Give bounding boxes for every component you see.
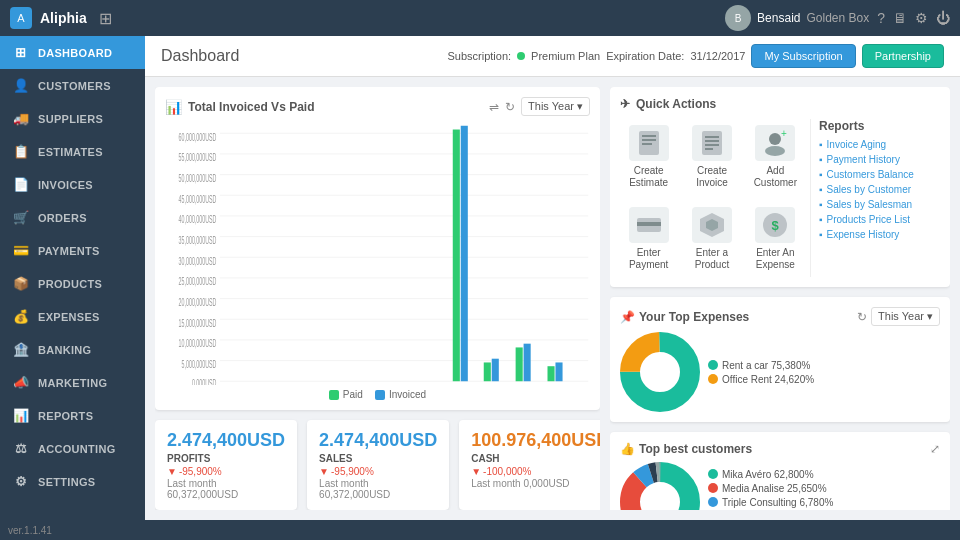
report-dot: ▪ (819, 214, 823, 225)
qa-action-enter-expense[interactable]: $ Enter An Expense (747, 201, 804, 277)
sidebar-label-accounting: ACCOUNTING (38, 443, 116, 455)
sidebar-icon-customers: 👤 (12, 78, 30, 93)
main-content: Dashboard Subscription: Premium Plan Exp… (145, 36, 960, 520)
topbar: A Aliphia ⊞ B Bensaid Golden Box ? 🖥 ⚙ ⏻ (0, 0, 960, 36)
sidebar-item-reports[interactable]: 📊REPORTS (0, 399, 145, 432)
legend-invoiced: Invoiced (375, 389, 426, 400)
svg-rect-49 (642, 143, 652, 145)
my-subscription-button[interactable]: My Subscription (751, 44, 855, 68)
sidebar-icon-accounting: ⚖ (12, 441, 30, 456)
sidebar-item-products[interactable]: 📦PRODUCTS (0, 267, 145, 300)
chart-refresh-icon[interactable]: ↻ (505, 100, 515, 114)
report-item[interactable]: ▪Customers Balance (819, 167, 940, 182)
sidebar-item-payments[interactable]: 💳PAYMENTS (0, 234, 145, 267)
expiration-date: 31/12/2017 (690, 50, 745, 62)
stat-value-profits: 2.474,400USD (167, 430, 285, 451)
left-panel: 📊 Total Invoiced Vs Paid ⇌ ↻ This Year ▾… (155, 87, 600, 510)
report-item[interactable]: ▪Products Price List (819, 212, 940, 227)
report-label: Invoice Aging (827, 139, 887, 150)
customers-content: Mika Avéro 62,800%Media Analise 25,650%T… (620, 462, 940, 510)
sidebar-item-estimates[interactable]: 📋ESTIMATES (0, 135, 145, 168)
stat-change-sales: ▼-95,900% (319, 466, 437, 477)
sidebar-item-banking[interactable]: 🏦BANKING (0, 333, 145, 366)
svg-text:60,000,000USD: 60,000,000USD (179, 131, 217, 144)
qa-action-label-create-invoice: Create Invoice (687, 165, 736, 189)
svg-text:35,000,000USD: 35,000,000USD (179, 234, 217, 247)
app-logo-icon: A (10, 7, 32, 29)
stat-last-cash: Last month 0,000USD (471, 478, 600, 489)
help-icon[interactable]: ? (877, 10, 885, 26)
chart-filter-icon[interactable]: ⇌ (489, 100, 499, 114)
report-label: Payment History (827, 154, 900, 165)
sidebar-item-customers[interactable]: 👤CUSTOMERS (0, 69, 145, 102)
quick-actions-icon: ✈ (620, 97, 630, 111)
bottom-bar: ver.1.1.41 (0, 520, 960, 540)
expenses-header: 📌 Your Top Expenses ↻ This Year ▾ (620, 307, 940, 326)
sidebar-item-suppliers[interactable]: 🚚SUPPLIERS (0, 102, 145, 135)
svg-rect-26 (453, 130, 460, 382)
top-expenses-card: 📌 Your Top Expenses ↻ This Year ▾ Rent a… (610, 297, 950, 422)
customer-legend-item: Triple Consulting 6,780% (708, 497, 833, 508)
stat-card-sales: 2.474,400USD SALES ▼-95,900% Last month … (307, 420, 449, 510)
partnership-button[interactable]: Partnership (862, 44, 944, 68)
svg-rect-53 (705, 144, 719, 146)
hamburger-icon[interactable]: ⊞ (99, 9, 112, 28)
qa-reports: Reports ▪Invoice Aging▪Payment History▪C… (810, 119, 940, 277)
report-item[interactable]: ▪Expense History (819, 227, 940, 242)
topbar-right: B Bensaid Golden Box ? 🖥 ⚙ ⏻ (725, 5, 950, 31)
qa-action-create-invoice[interactable]: Create Invoice (683, 119, 740, 195)
svg-rect-50 (702, 131, 722, 155)
svg-rect-59 (637, 222, 661, 226)
stat-value-sales: 2.474,400USD (319, 430, 437, 451)
expenses-period[interactable]: This Year ▾ (871, 307, 940, 326)
sidebar-item-marketing[interactable]: 📣MARKETING (0, 366, 145, 399)
reports-title: Reports (819, 119, 940, 133)
svg-text:55,000,000USD: 55,000,000USD (179, 151, 217, 164)
sidebar-label-dashboard: DASHBOARD (38, 47, 112, 59)
sidebar-item-invoices[interactable]: 📄INVOICES (0, 168, 145, 201)
customers-expand-icon[interactable]: ⤢ (930, 442, 940, 456)
chart-title: Total Invoiced Vs Paid (188, 100, 483, 114)
chart-controls: ⇌ ↻ This Year ▾ (489, 97, 590, 116)
expenses-content: Rent a car 75,380%Office Rent 24,620% (620, 332, 940, 412)
qa-action-icon-enter-payment (629, 207, 669, 243)
report-item[interactable]: ▪Sales by Customer (819, 182, 940, 197)
monitor-icon[interactable]: 🖥 (893, 10, 907, 26)
subscription-plan: Premium Plan (531, 50, 600, 62)
sidebar-item-accounting[interactable]: ⚖ACCOUNTING (0, 432, 145, 465)
customer-legend-item: Mika Avéro 62,800% (708, 469, 833, 480)
qa-action-enter-payment[interactable]: Enter Payment (620, 201, 677, 277)
svg-text:15,000,000USD: 15,000,000USD (179, 317, 217, 330)
customers-header: 👍 Top best customers ⤢ (620, 442, 940, 456)
customers-title: Top best customers (639, 442, 926, 456)
report-item[interactable]: ▪Sales by Salesman (819, 197, 940, 212)
svg-rect-27 (461, 126, 468, 381)
qa-action-create-estimate[interactable]: Create Estimate (620, 119, 677, 195)
username: Bensaid (757, 11, 800, 25)
report-item[interactable]: ▪Invoice Aging (819, 137, 940, 152)
qa-action-label-create-estimate: Create Estimate (624, 165, 673, 189)
sidebar-item-dashboard[interactable]: ⊞DASHBOARD (0, 36, 145, 69)
report-item[interactable]: ▪Payment History (819, 152, 940, 167)
chart-period-selector[interactable]: This Year ▾ (521, 97, 590, 116)
sidebar-item-expenses[interactable]: 💰EXPENSES (0, 300, 145, 333)
report-label: Sales by Customer (827, 184, 911, 195)
sidebar-icon-invoices: 📄 (12, 177, 30, 192)
qa-action-enter-product[interactable]: Enter a Product (683, 201, 740, 277)
page-title: Dashboard (161, 47, 437, 65)
sidebar-label-suppliers: SUPPLIERS (38, 113, 103, 125)
dashboard-content: 📊 Total Invoiced Vs Paid ⇌ ↻ This Year ▾… (145, 77, 960, 520)
quick-actions-title: Quick Actions (636, 97, 716, 111)
user-info: B Bensaid Golden Box (725, 5, 869, 31)
svg-rect-51 (705, 136, 719, 138)
qa-action-add-customer[interactable]: + Add Customer (747, 119, 804, 195)
svg-text:10,000,000USD: 10,000,000USD (179, 337, 217, 350)
settings-icon[interactable]: ⚙ (915, 10, 928, 26)
power-icon[interactable]: ⏻ (936, 10, 950, 26)
expenses-refresh-icon[interactable]: ↻ (857, 310, 867, 324)
expiration-label: Expiration Date: (606, 50, 684, 62)
sidebar-label-invoices: INVOICES (38, 179, 93, 191)
sidebar-label-customers: CUSTOMERS (38, 80, 111, 92)
sidebar-item-orders[interactable]: 🛒ORDERS (0, 201, 145, 234)
sidebar-item-settings[interactable]: ⚙SETTINGS (0, 465, 145, 498)
